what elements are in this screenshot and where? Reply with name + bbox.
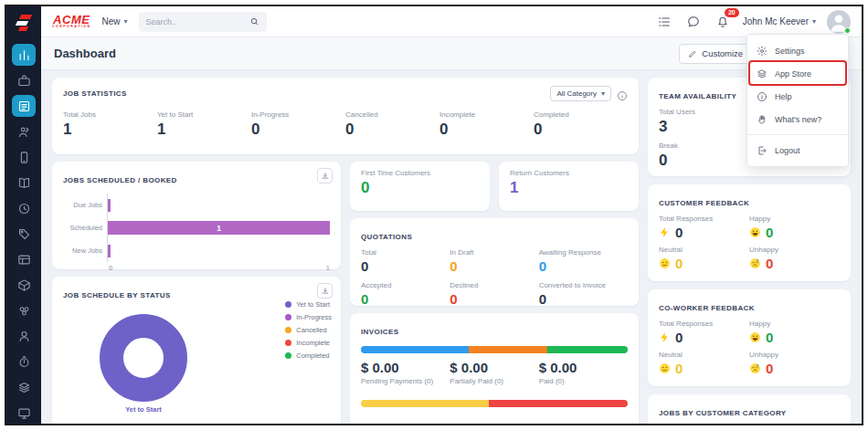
user-menu-button[interactable]: John Mc Keever ▾	[743, 16, 816, 26]
stat-cf-unhappy: Unhappy 0	[749, 246, 840, 271]
sidebar	[6, 6, 41, 424]
menu-item-logout[interactable]: Logout	[747, 139, 848, 162]
briefcase-icon	[17, 74, 31, 88]
sidebar-item-customers[interactable]	[12, 121, 36, 142]
sidebar-item-timer[interactable]	[12, 351, 36, 372]
sidebar-item-service-form[interactable]	[12, 95, 36, 117]
stat-cancelled: Cancelled0	[345, 110, 439, 139]
zuper-logo[interactable]	[6, 6, 41, 39]
cluster-icon	[17, 304, 31, 318]
stat-cf-neutral: Neutral 0	[659, 246, 749, 271]
stat-cw-total: Total Responses 0	[659, 320, 749, 345]
x-axis-max: 1	[326, 264, 330, 272]
gear-icon	[757, 46, 767, 57]
page-title: Dashboard	[54, 47, 116, 60]
donut-ring[interactable]	[100, 314, 187, 402]
menu-item-help[interactable]: Help	[747, 85, 848, 108]
bar-partially-paid-segment	[469, 346, 547, 353]
bolt-icon	[659, 226, 671, 238]
stat-incomplete: Incomplete0	[439, 110, 534, 139]
sidebar-item-tags[interactable]	[12, 223, 36, 245]
card-title: JOBS BY CUSTOMER CATEGORY	[659, 409, 787, 417]
sidebar-item-mobile[interactable]	[12, 146, 36, 168]
download-chart-button[interactable]	[317, 168, 333, 184]
sidebar-item-dashboard[interactable]	[12, 44, 36, 66]
customer-feedback-card: CUSTOMER FEEDBACK Total Responses 0 Happ…	[648, 184, 851, 281]
caret-down-icon: ▾	[124, 17, 128, 26]
stat-cw-happy: Happy 0	[749, 320, 840, 345]
sidebar-item-users[interactable]	[12, 325, 36, 347]
invoices-card: INVOICES $ 0.00Pending Payments (0) $ 0.…	[350, 313, 639, 424]
avatar[interactable]	[827, 10, 851, 34]
user-dropdown-menu: Settings App Store Help What's new? Logo…	[746, 34, 849, 167]
sidebar-item-assets[interactable]	[12, 248, 36, 270]
new-button[interactable]: New ▾	[102, 16, 128, 26]
jobs-scheduled-bar-chart: Due Jobs Scheduled1 New Jobs 01	[63, 194, 330, 272]
menu-item-settings[interactable]: Settings	[747, 39, 848, 62]
caret-down-icon: ▾	[812, 17, 816, 26]
notifications-button[interactable]: 20	[714, 13, 732, 31]
app-window: ACME CORPORATION New ▾ 20	[5, 5, 863, 425]
activity-list-button[interactable]	[655, 13, 673, 31]
monitor-icon	[17, 406, 31, 420]
pencil-icon	[688, 49, 697, 58]
status-legend: Yet to Start In-Progress Cancelled Incom…	[285, 300, 332, 360]
card-title: QUOTATIONS	[361, 233, 412, 241]
search-icon	[249, 16, 259, 26]
legend-yet-to-start[interactable]: Yet to Start	[285, 300, 332, 309]
search-box	[139, 12, 267, 32]
category-filter-select[interactable]: All Category ▾	[550, 86, 611, 101]
stat-quotes-accepted: Accepted0	[361, 281, 450, 308]
stat-pending-payments: $ 0.00Pending Payments (0)	[361, 360, 450, 385]
legend-incomplete[interactable]: Incomplete	[285, 339, 332, 347]
sidebar-item-jobs[interactable]	[12, 69, 36, 91]
bolt-icon	[659, 331, 671, 343]
clock-icon	[17, 202, 31, 215]
card-title: INVOICES	[361, 328, 398, 336]
card-title: JOB STATISTICS	[63, 89, 127, 98]
company-logo[interactable]: ACME CORPORATION	[52, 14, 91, 29]
stat-in-progress: In-Progress0	[251, 110, 345, 139]
legend-cancelled[interactable]: Cancelled	[285, 326, 332, 334]
legend-completed[interactable]: Completed	[285, 351, 332, 360]
logout-icon	[757, 145, 767, 156]
card-title: CO-WORKER FEEDBACK	[659, 304, 755, 312]
topbar: ACME CORPORATION New ▾ 20	[41, 6, 862, 37]
chat-button[interactable]	[684, 13, 703, 31]
happy-face-icon	[749, 226, 761, 238]
return-customers-card: Return Customers 1	[499, 162, 639, 211]
page-header: Dashboard Customize Tue, 05/07/2022 ▾	[41, 37, 862, 70]
bar-red-segment	[489, 400, 628, 407]
bar-scheduled[interactable]: 1	[108, 221, 330, 235]
zuper-logo-mark	[16, 14, 32, 32]
search-input[interactable]	[146, 17, 244, 26]
sidebar-item-catalog[interactable]	[12, 172, 36, 194]
sidebar-item-timesheet[interactable]	[12, 197, 36, 219]
menu-item-app-store[interactable]: App Store	[747, 62, 848, 85]
sidebar-item-parts[interactable]	[12, 274, 36, 296]
stat-cf-total: Total Responses 0	[659, 215, 749, 240]
sidebar-item-app-store[interactable]	[12, 376, 36, 398]
sidebar-item-teams[interactable]	[12, 299, 36, 321]
stat-cw-neutral: Neutral 0	[659, 351, 749, 376]
clipboard-icon	[17, 100, 31, 113]
customize-button[interactable]: Customize	[679, 44, 752, 64]
stat-quotes-awaiting: Awaiting Response0	[539, 248, 628, 275]
download-chart-button[interactable]	[317, 283, 333, 299]
bar-due-jobs	[108, 199, 111, 212]
stat-break: Break0	[659, 142, 749, 170]
sad-face-icon	[749, 257, 761, 269]
menu-item-whats-new[interactable]: What's new?	[747, 108, 848, 131]
layers-icon	[757, 68, 767, 79]
info-icon[interactable]	[617, 89, 628, 100]
legend-in-progress[interactable]: In-Progress	[285, 313, 332, 321]
download-icon	[321, 287, 330, 296]
neutral-face-icon	[659, 257, 671, 269]
sidebar-item-devices[interactable]	[12, 402, 36, 424]
stat-paid: $ 0.00Paid (0)	[539, 360, 628, 385]
notification-badge: 20	[725, 8, 739, 17]
card-grid-icon	[17, 253, 31, 267]
stat-yet-to-start: Yet to Start1	[157, 110, 251, 139]
menu-divider	[747, 134, 848, 135]
list-icon	[657, 15, 672, 29]
